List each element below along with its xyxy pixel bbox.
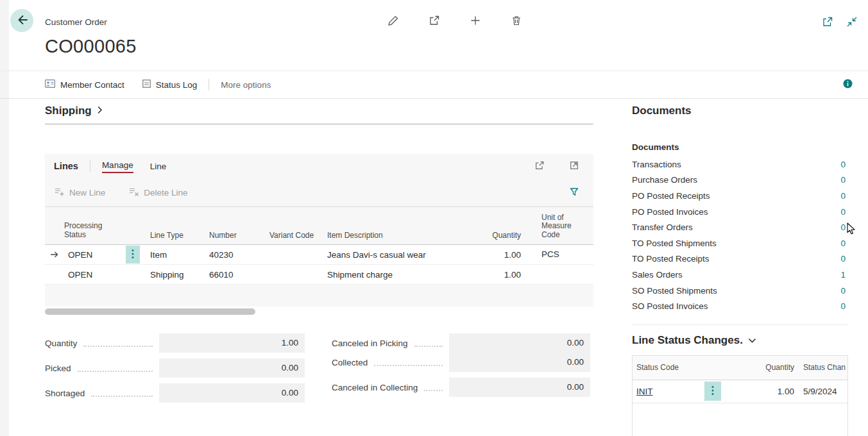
open-in-new-window-button[interactable] [821,15,835,30]
shipping-section-label: Shipping [45,105,92,117]
cell-line-type[interactable]: Shipping [149,270,209,280]
cell-status-change-date[interactable]: 5/9/2024 [794,387,847,396]
document-label: Transactions [632,160,681,169]
list-item: Transfer Orders 0 [632,219,848,235]
shipping-section-header[interactable]: Shipping [45,105,593,124]
popout-icon [822,16,833,29]
delete-button[interactable] [506,13,527,29]
new-line-icon [54,187,65,199]
cell-quantity[interactable]: 1.00 [722,387,794,396]
document-label: Transfer Orders [632,222,693,232]
document-count-link[interactable]: 1 [840,270,848,280]
cell-processing-status[interactable]: OPEN [64,250,126,260]
cell-line-type[interactable]: Item [149,250,209,260]
delete-line-button[interactable]: Delete Line [128,187,187,199]
total-field-row: Canceled in Picking 0.00 [332,333,590,353]
cell-number[interactable]: 40230 [209,250,269,260]
document-count-link[interactable]: 0 [840,222,848,232]
document-count-link[interactable]: 0 [840,175,848,185]
action-ribbon: Member Contact Status Log More options [0,71,868,99]
tab-manage[interactable]: Manage [102,159,133,173]
delete-line-icon [128,187,139,199]
document-count-link[interactable]: 0 [840,239,848,248]
field-value[interactable]: 0.00 [449,333,590,353]
pencil-icon [387,15,399,28]
back-arrow-icon [16,14,28,28]
main-content: Shipping Lines Manage Line [45,105,593,408]
col-line-type: Line Type [149,231,209,240]
list-item: PO Posted Receipts 0 [632,188,848,204]
status-log-button[interactable]: Status Log [142,80,198,90]
field-value[interactable]: 0.00 [159,358,305,378]
line-status-changes-header[interactable]: Line Status Changes. [632,324,848,347]
cell-item-description[interactable]: Shipment charge [327,270,481,280]
total-field-row: Collected 0.00 [332,353,590,372]
more-options-label: More options [221,80,271,90]
documents-factbox-title: Documents [632,105,848,122]
trash-icon [511,15,522,28]
new-line-label: New Line [69,188,105,197]
field-label: Collected [332,358,368,367]
line-status-changes-title: Line Status Changes. [632,334,743,347]
line-status-changes-card: Status Code Quantity Status Chan INIT 1.… [632,355,848,436]
ribbon-divider [208,79,209,90]
document-count-link[interactable]: 0 [840,191,848,201]
list-item: SO Posted Invoices 0 [632,298,848,314]
field-value[interactable]: 0.00 [449,353,590,372]
table-row[interactable]: OPEN Shipping 66010 Shipment charge 1.00 [45,265,593,285]
lines-part: Lines Manage Line [45,154,593,306]
list-item: SO Posted Shipments 0 [632,283,848,299]
col-quantity: Quantity [722,363,794,372]
share-button[interactable] [424,13,445,29]
status-code-link[interactable]: INIT [636,387,653,396]
document-label: TO Posted Receipts [632,254,710,264]
cell-quantity[interactable]: 1.00 [481,250,526,260]
member-contact-button[interactable]: Member Contact [45,80,124,90]
cell-item-description[interactable]: Jeans Davi-s casual wear [327,250,481,260]
field-label: Picked [45,364,71,373]
field-value[interactable]: 0.00 [159,383,305,403]
document-count-link[interactable]: 0 [840,286,848,296]
tab-line[interactable]: Line [150,160,167,172]
lines-share-button[interactable] [529,158,550,174]
dotted-leader [78,358,153,372]
horizontal-scrollbar[interactable] [45,308,593,315]
lines-filter-button[interactable] [564,185,584,200]
lines-open-button[interactable] [564,158,584,174]
cell-number[interactable]: 66010 [209,270,269,280]
document-count-link[interactable]: 0 [840,207,848,217]
new-line-button[interactable]: New Line [54,187,105,199]
more-options-button[interactable]: More options [221,80,271,90]
edit-button[interactable] [383,13,404,29]
total-field-row: Picked 0.00 [45,358,305,378]
document-label: PO Posted Receipts [632,191,710,201]
row-menu-button[interactable] [126,246,140,264]
document-count-link[interactable]: 0 [840,160,848,169]
share-icon [429,15,440,28]
col-item-description: Item Description [327,231,481,240]
table-row[interactable]: INIT 1.00 5/9/2024 [633,380,847,403]
collapse-page-button[interactable] [845,15,859,30]
new-button[interactable] [465,13,486,29]
col-variant-code: Variant Code [269,231,327,240]
total-field-row: Quantity 1.00 [45,333,305,353]
cell-quantity[interactable]: 1.00 [481,270,526,280]
field-value[interactable]: 1.00 [159,333,305,353]
field-label: Canceled in Collecting [332,383,418,392]
col-processing-status: Processing Status [45,222,126,240]
field-value[interactable]: 0.00 [449,378,590,397]
document-label: TO Posted Shipments [632,239,717,248]
row-menu-button[interactable] [704,382,721,401]
cell-uom[interactable]: PCS [526,249,568,260]
page-actions [383,13,527,29]
col-number: Number [209,231,269,240]
document-count-link[interactable]: 0 [840,254,848,264]
cell-processing-status[interactable]: OPEN [64,270,126,280]
back-button[interactable] [10,9,33,32]
documents-group-label: Documents [632,142,848,155]
table-row[interactable]: OPEN Item 40230 Jeans Davi-s casual wear… [45,245,593,265]
document-count-link[interactable]: 0 [840,301,848,311]
page-info-button[interactable] [837,77,858,92]
lines-empty-area [45,285,593,306]
scrollbar-thumb[interactable] [45,308,255,315]
